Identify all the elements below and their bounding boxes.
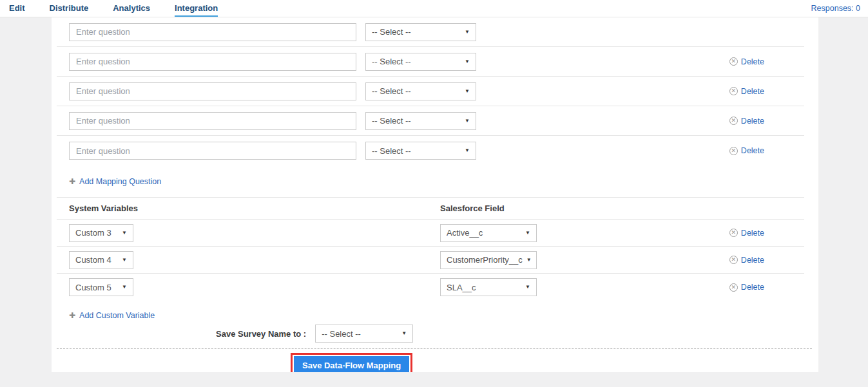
chevron-down-icon: ▼	[525, 285, 530, 290]
select-value: Custom 3	[75, 228, 111, 238]
chevron-down-icon: ▼	[122, 231, 127, 236]
mapping-question-row: -- Select -- ▼	[57, 17, 804, 47]
top-navigation: Edit Distribute Analytics Integration Re…	[0, 0, 868, 17]
delete-label: Delete	[741, 229, 764, 238]
field-select[interactable]: -- Select -- ▼	[365, 53, 476, 71]
delete-mapping-question-button[interactable]: ✕ Delete	[729, 87, 764, 96]
delete-icon: ✕	[729, 147, 738, 155]
salesforce-field-select[interactable]: Active__c ▼	[440, 224, 537, 242]
chevron-down-icon: ▼	[526, 258, 532, 263]
select-value: CustomerPriority__c	[447, 255, 523, 265]
add-mapping-question-label: Add Mapping Question	[79, 177, 161, 186]
responses-count[interactable]: Responses: 0	[811, 4, 860, 13]
delete-icon: ✕	[729, 283, 738, 292]
select-value: Custom 5	[75, 283, 111, 292]
system-variable-select[interactable]: Custom 5 ▼	[69, 278, 133, 296]
select-value: Active__c	[447, 228, 483, 238]
add-custom-variable-label: Add Custom Variable	[79, 311, 155, 320]
chevron-down-icon: ▼	[465, 59, 470, 64]
salesforce-field-header: Salesforce Field	[440, 203, 505, 213]
add-mapping-question-row: ✚ Add Mapping Question	[52, 165, 818, 197]
system-variable-select[interactable]: Custom 3 ▼	[69, 224, 133, 242]
integration-mapping-panel: -- Select -- ▼ -- Select -- ▼ ✕ Delete -…	[52, 17, 818, 372]
select-value: -- Select --	[372, 146, 411, 156]
delete-icon: ✕	[729, 229, 738, 237]
field-select[interactable]: -- Select -- ▼	[365, 142, 476, 160]
delete-icon: ✕	[729, 256, 738, 264]
chevron-down-icon: ▼	[122, 285, 127, 290]
question-input[interactable]	[69, 23, 356, 41]
question-input[interactable]	[69, 53, 356, 71]
delete-icon: ✕	[729, 57, 738, 66]
custom-variables-header: System Variables Salesforce Field	[57, 197, 804, 220]
delete-mapping-question-button[interactable]: ✕ Delete	[729, 117, 764, 126]
mapping-question-row: -- Select -- ▼ ✕ Delete	[57, 136, 804, 165]
plus-icon: ✚	[69, 312, 75, 319]
system-variable-select[interactable]: Custom 4 ▼	[69, 251, 133, 269]
save-button-row: Save Data-Flow Mapping	[52, 349, 818, 372]
mapping-question-row: -- Select -- ▼ ✕ Delete	[57, 77, 804, 106]
salesforce-field-select[interactable]: SLA__c ▼	[440, 278, 537, 296]
custom-variable-row: Custom 3 ▼ Active__c ▼ ✕ Delete	[57, 220, 804, 247]
tab-distribute[interactable]: Distribute	[50, 0, 89, 17]
field-select[interactable]: -- Select -- ▼	[365, 112, 476, 130]
save-survey-name-row: Save Survey Name to : -- Select -- ▼	[57, 324, 804, 343]
select-value: -- Select --	[372, 27, 411, 37]
delete-label: Delete	[741, 283, 764, 292]
chevron-down-icon: ▼	[465, 30, 470, 35]
delete-label: Delete	[741, 117, 764, 126]
select-value: -- Select --	[372, 57, 411, 66]
plus-icon: ✚	[69, 178, 75, 185]
custom-variable-row: Custom 4 ▼ CustomerPriority__c ▼ ✕ Delet…	[57, 247, 804, 274]
add-custom-variable-button[interactable]: ✚ Add Custom Variable	[69, 311, 155, 320]
delete-label: Delete	[741, 87, 764, 96]
add-mapping-question-button[interactable]: ✚ Add Mapping Question	[69, 177, 161, 186]
custom-variable-row: Custom 5 ▼ SLA__c ▼ ✕ Delete	[57, 274, 804, 301]
save-data-flow-mapping-button[interactable]: Save Data-Flow Mapping	[294, 356, 409, 372]
delete-icon: ✕	[729, 87, 738, 95]
annotation-highlight-box: Save Data-Flow Mapping	[291, 353, 412, 372]
delete-custom-variable-button[interactable]: ✕ Delete	[729, 229, 764, 238]
select-value: SLA__c	[447, 283, 476, 292]
question-input[interactable]	[69, 82, 356, 100]
chevron-down-icon: ▼	[401, 331, 407, 336]
mapping-question-row: -- Select -- ▼ ✕ Delete	[57, 106, 804, 136]
select-value: -- Select --	[372, 86, 411, 96]
tab-edit[interactable]: Edit	[9, 0, 25, 17]
question-input[interactable]	[69, 112, 356, 130]
save-survey-name-label: Save Survey Name to :	[216, 329, 306, 339]
field-select[interactable]: -- Select -- ▼	[365, 82, 476, 100]
question-input[interactable]	[69, 142, 356, 160]
delete-label: Delete	[741, 146, 764, 155]
tab-analytics[interactable]: Analytics	[113, 0, 150, 17]
delete-label: Delete	[741, 57, 764, 66]
delete-mapping-question-button[interactable]: ✕ Delete	[729, 57, 764, 66]
chevron-down-icon: ▼	[122, 258, 127, 263]
tab-integration[interactable]: Integration	[175, 0, 218, 17]
select-value: Custom 4	[75, 255, 111, 265]
delete-custom-variable-button[interactable]: ✕ Delete	[729, 256, 764, 265]
delete-custom-variable-button[interactable]: ✕ Delete	[729, 283, 764, 292]
chevron-down-icon: ▼	[465, 118, 470, 124]
salesforce-field-select[interactable]: CustomerPriority__c ▼	[440, 251, 537, 269]
select-value: -- Select --	[372, 116, 411, 126]
delete-label: Delete	[741, 256, 764, 265]
delete-icon: ✕	[729, 117, 738, 125]
chevron-down-icon: ▼	[525, 231, 530, 236]
chevron-down-icon: ▼	[465, 148, 470, 153]
system-variables-header: System Variables	[69, 203, 440, 213]
select-value: -- Select --	[322, 329, 361, 339]
field-select[interactable]: -- Select -- ▼	[365, 23, 476, 41]
delete-mapping-question-button[interactable]: ✕ Delete	[729, 146, 764, 155]
chevron-down-icon: ▼	[465, 89, 470, 94]
save-survey-name-select[interactable]: -- Select -- ▼	[315, 325, 413, 343]
add-custom-variable-row: ✚ Add Custom Variable	[52, 301, 818, 324]
mapping-question-row: -- Select -- ▼ ✕ Delete	[57, 47, 804, 77]
